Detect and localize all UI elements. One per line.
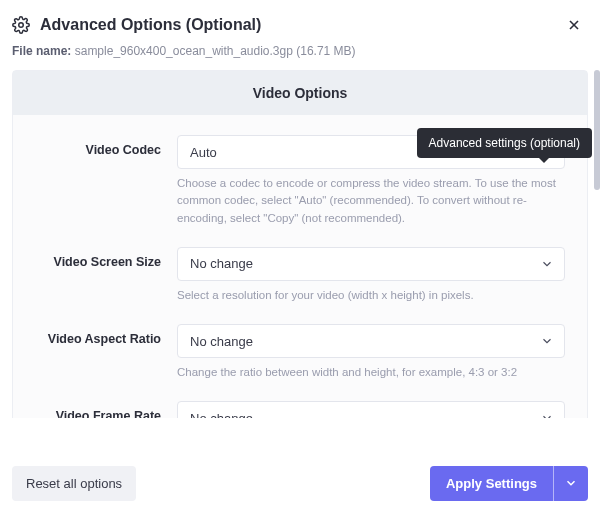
dialog-title: Advanced Options (Optional) — [40, 16, 566, 34]
options-scroll-area[interactable]: Video Options Video Codec Auto Choose a … — [12, 70, 588, 418]
help-aspect-ratio: Change the ratio between width and heigh… — [177, 364, 565, 381]
label-frame-rate: Video Frame Rate — [35, 401, 177, 418]
gear-icon — [12, 16, 30, 34]
label-screen-size: Video Screen Size — [35, 247, 177, 304]
svg-point-0 — [19, 23, 24, 28]
scrollbar-thumb[interactable] — [594, 70, 600, 190]
video-options-panel: Video Options Video Codec Auto Choose a … — [12, 70, 588, 418]
dialog-footer: Reset all options Apply Settings — [0, 448, 600, 518]
apply-button-group: Apply Settings — [430, 466, 588, 501]
help-screen-size: Select a resolution for your video (widt… — [177, 287, 565, 304]
field-aspect-ratio: Video Aspect Ratio No change Change the … — [35, 324, 565, 381]
select-screen-size[interactable]: No change — [177, 247, 565, 281]
select-value: No change — [190, 334, 253, 349]
tooltip-advanced-settings: Advanced settings (optional) — [417, 128, 592, 158]
chevron-down-icon — [540, 334, 554, 348]
select-value: No change — [190, 256, 253, 271]
chevron-down-icon — [540, 411, 554, 418]
chevron-down-icon — [564, 476, 578, 490]
field-frame-rate: Video Frame Rate No change Change FPS (f… — [35, 401, 565, 418]
panel-title: Video Options — [13, 71, 587, 115]
apply-settings-button[interactable]: Apply Settings — [430, 466, 553, 501]
file-size: (16.71 MB) — [296, 44, 355, 58]
label-video-codec: Video Codec — [35, 135, 177, 227]
label-aspect-ratio: Video Aspect Ratio — [35, 324, 177, 381]
reset-all-button[interactable]: Reset all options — [12, 466, 136, 501]
chevron-down-icon — [540, 257, 554, 271]
select-value: No change — [190, 411, 253, 418]
field-screen-size: Video Screen Size No change Select a res… — [35, 247, 565, 304]
file-name-row: File name: sample_960x400_ocean_with_aud… — [0, 44, 600, 70]
dialog-header: Advanced Options (Optional) — [0, 0, 600, 44]
file-name-value: sample_960x400_ocean_with_audio.3gp — [75, 44, 293, 58]
apply-dropdown-button[interactable] — [553, 466, 588, 501]
scrollbar[interactable] — [594, 70, 600, 220]
select-aspect-ratio[interactable]: No change — [177, 324, 565, 358]
close-icon[interactable] — [566, 17, 582, 33]
help-video-codec: Choose a codec to encode or compress the… — [177, 175, 565, 227]
select-frame-rate[interactable]: No change — [177, 401, 565, 418]
select-value: Auto — [190, 145, 217, 160]
file-name-label: File name: — [12, 44, 71, 58]
